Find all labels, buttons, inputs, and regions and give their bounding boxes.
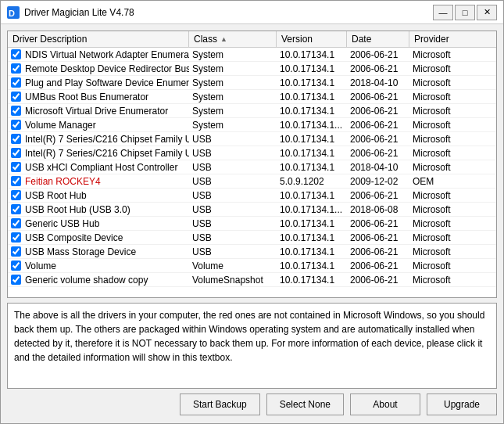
table-row[interactable]: USB Composite DeviceUSB10.0.17134.12006-… — [8, 231, 496, 245]
col-header-class[interactable]: Class ▲ — [189, 31, 277, 47]
table-header: Driver Description Class ▲ Version Date … — [8, 31, 496, 48]
col-header-desc[interactable]: Driver Description — [8, 31, 189, 47]
cell-provider: Microsoft — [409, 147, 496, 160]
svg-text:D: D — [9, 9, 15, 18]
maximize-button[interactable]: □ — [455, 5, 475, 20]
cell-provider: Microsoft — [409, 133, 496, 146]
title-bar: D Driver Magician Lite V4.78 — □ ✕ — [1, 1, 503, 24]
cell-desc: Feitian ROCKEY4 — [22, 175, 189, 188]
cell-date: 2009-12-02 — [347, 175, 409, 188]
cell-class: System — [189, 119, 277, 131]
cell-date: 2006-06-21 — [347, 119, 409, 131]
cell-desc: Generic volume shadow copy — [22, 274, 189, 286]
row-checkbox[interactable] — [11, 190, 21, 200]
cell-desc: Microsoft Virtual Drive Enumerator — [22, 105, 189, 117]
cell-class: USB — [189, 189, 277, 202]
row-checkbox[interactable] — [11, 49, 21, 59]
row-checkbox[interactable] — [11, 148, 21, 158]
table-row[interactable]: USB Mass Storage DeviceUSB10.0.17134.120… — [8, 245, 496, 259]
row-checkbox[interactable] — [11, 275, 21, 285]
cell-version: 10.0.17134.1 — [277, 49, 347, 61]
window-title: Driver Magician Lite V4.78 — [24, 7, 433, 18]
cell-class: USB — [189, 175, 277, 188]
cell-provider: Microsoft — [409, 105, 496, 117]
row-checkbox[interactable] — [11, 218, 21, 228]
row-checkbox[interactable] — [11, 134, 21, 144]
cell-class: System — [189, 63, 277, 75]
table-row[interactable]: NDIS Virtual Network Adapter EnumeratorS… — [8, 48, 496, 62]
start-backup-button[interactable]: Start Backup — [180, 393, 260, 415]
table-row[interactable]: Intel(R) 7 Series/C216 Chipset Family US… — [8, 146, 496, 160]
cell-provider: Microsoft — [409, 232, 496, 244]
driver-table: Driver Description Class ▲ Version Date … — [7, 31, 497, 298]
table-row[interactable]: Plug and Play Software Device Enumerator… — [8, 76, 496, 90]
table-row[interactable]: UMBus Root Bus EnumeratorSystem10.0.1713… — [8, 90, 496, 104]
cell-provider: Microsoft — [409, 161, 496, 174]
cell-provider: OEM — [409, 175, 496, 188]
cell-provider: Microsoft — [409, 119, 496, 131]
cell-desc: Plug and Play Software Device Enumerator — [22, 77, 189, 89]
row-checkbox[interactable] — [11, 77, 21, 88]
app-icon: D — [7, 6, 20, 19]
info-box: The above is all the drivers in your com… — [7, 303, 497, 389]
cell-date: 2006-06-21 — [347, 274, 409, 286]
row-checkbox[interactable] — [11, 106, 21, 116]
table-row[interactable]: USB Root Hub (USB 3.0)USB10.0.17134.1...… — [8, 203, 496, 217]
minimize-button[interactable]: — — [433, 5, 453, 20]
table-row[interactable]: Generic USB HubUSB10.0.17134.12006-06-21… — [8, 217, 496, 231]
col-header-date[interactable]: Date — [347, 31, 409, 47]
row-checkbox[interactable] — [11, 176, 21, 186]
col-header-provider[interactable]: Provider — [409, 31, 496, 47]
sort-arrow-class: ▲ — [220, 35, 227, 43]
close-button[interactable]: ✕ — [477, 5, 497, 20]
table-row[interactable]: USB Root HubUSB10.0.17134.12006-06-21Mic… — [8, 189, 496, 203]
row-checkbox[interactable] — [11, 232, 21, 243]
table-body[interactable]: NDIS Virtual Network Adapter EnumeratorS… — [8, 48, 496, 297]
table-row[interactable]: USB xHCI Compliant Host ControllerUSB10.… — [8, 160, 496, 174]
cell-date: 2006-06-21 — [347, 232, 409, 244]
cell-version: 10.0.17134.1 — [277, 232, 347, 244]
cell-provider: Microsoft — [409, 246, 496, 258]
cell-provider: Microsoft — [409, 260, 496, 272]
upgrade-button[interactable]: Upgrade — [427, 393, 497, 415]
cell-version: 10.0.17134.1... — [277, 203, 347, 216]
cell-version: 10.0.17134.1 — [277, 161, 347, 174]
table-row[interactable]: Microsoft Virtual Drive EnumeratorSystem… — [8, 104, 496, 118]
cell-provider: Microsoft — [409, 63, 496, 75]
cell-version: 5.0.9.1202 — [277, 175, 347, 188]
cell-provider: Microsoft — [409, 217, 496, 230]
cell-desc: USB xHCI Compliant Host Controller — [22, 161, 189, 174]
cell-date: 2006-06-21 — [347, 189, 409, 202]
table-row[interactable]: VolumeVolume10.0.17134.12006-06-21Micros… — [8, 259, 496, 273]
cell-date: 2018-04-10 — [347, 77, 409, 89]
table-row[interactable]: Remote Desktop Device Redirector BusSyst… — [8, 62, 496, 76]
cell-desc: Generic USB Hub — [22, 217, 189, 230]
table-row[interactable]: Intel(R) 7 Series/C216 Chipset Family US… — [8, 132, 496, 146]
cell-desc: Intel(R) 7 Series/C216 Chipset Family US… — [22, 147, 189, 160]
table-row[interactable]: Feitian ROCKEY4USB5.0.9.12022009-12-02OE… — [8, 174, 496, 189]
cell-class: USB — [189, 133, 277, 146]
col-header-version[interactable]: Version — [277, 31, 347, 47]
row-checkbox[interactable] — [11, 261, 21, 271]
cell-class: USB — [189, 232, 277, 244]
row-checkbox[interactable] — [11, 92, 21, 102]
row-checkbox[interactable] — [11, 204, 21, 214]
cell-provider: Microsoft — [409, 49, 496, 61]
cell-class: System — [189, 77, 277, 89]
cell-version: 10.0.17134.1 — [277, 217, 347, 230]
table-row[interactable]: Volume ManagerSystem10.0.17134.1...2006-… — [8, 118, 496, 132]
row-checkbox[interactable] — [11, 63, 21, 74]
row-checkbox[interactable] — [11, 120, 21, 130]
table-row[interactable]: Generic volume shadow copyVolumeSnapshot… — [8, 273, 496, 287]
cell-version: 10.0.17134.1 — [277, 147, 347, 160]
cell-version: 10.0.17134.1... — [277, 119, 347, 131]
row-checkbox[interactable] — [11, 162, 21, 172]
select-none-button[interactable]: Select None — [266, 393, 344, 415]
cell-date: 2006-06-21 — [347, 217, 409, 230]
cell-version: 10.0.17134.1 — [277, 274, 347, 286]
cell-class: USB — [189, 203, 277, 216]
about-button[interactable]: About — [350, 393, 420, 415]
row-checkbox[interactable] — [11, 246, 21, 257]
cell-version: 10.0.17134.1 — [277, 260, 347, 272]
cell-desc: Remote Desktop Device Redirector Bus — [22, 63, 189, 75]
